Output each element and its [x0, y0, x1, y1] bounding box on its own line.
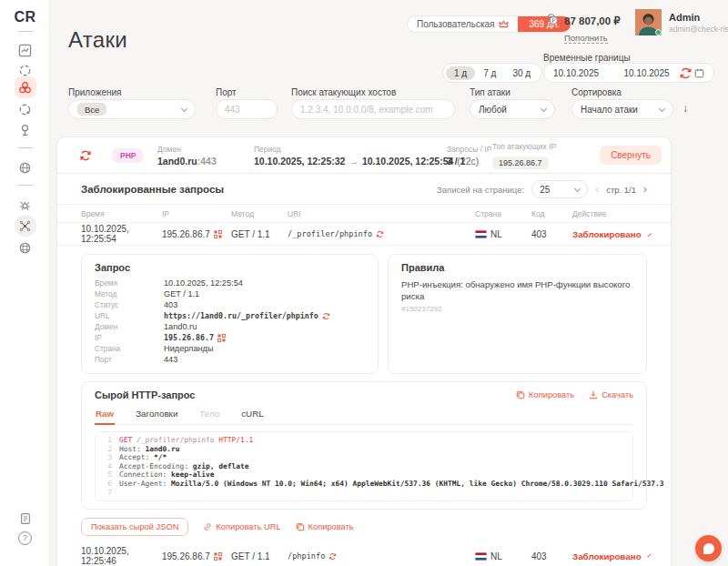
ip-grid-icon[interactable]: [214, 552, 222, 561]
sidebar-item-dashboard[interactable]: [0, 39, 50, 61]
col-method: Метод: [231, 209, 288, 218]
sidebar-item-scanner[interactable]: [0, 98, 50, 120]
sort-value: Начало атаки: [581, 105, 638, 115]
chat-fab-button[interactable]: [695, 535, 722, 561]
code-line: 2Host: 1and0.ru: [96, 445, 632, 454]
scan-icon: [15, 98, 36, 120]
arrow-right-icon: →: [349, 156, 359, 167]
domain-group: Домен 1and0.ru:443: [157, 137, 217, 174]
row-method: GET / 1.1: [231, 551, 288, 561]
sidebar-divider: [18, 185, 33, 186]
sidebar-item-monitoring[interactable]: [0, 119, 50, 141]
tab-заголовки[interactable]: Заголовки: [135, 405, 178, 424]
page-indicator: стр. 1/1: [606, 185, 636, 195]
request-field: СтранаНидерланды: [95, 344, 365, 354]
sidebar-item-globe[interactable]: [0, 237, 50, 258]
attacks-biohazard-icon: [15, 76, 36, 98]
raw-http-title: Сырой HTTP-запрос: [95, 389, 195, 400]
attack-refresh-icon[interactable]: [322, 312, 330, 320]
http-request-code[interactable]: 1GET /_profiler/phpinfo HTTP/1.12Host: 1…: [95, 431, 633, 501]
ip-grid-icon[interactable]: [217, 334, 226, 342]
date-from[interactable]: 10.10.2025: [553, 68, 621, 78]
raw-http-panel: Сырой HTTP-запрос Копировать Скачать Raw…: [81, 381, 647, 510]
sidebar-item-attacks[interactable]: [0, 76, 50, 98]
attack-refresh-icon[interactable]: [376, 230, 384, 238]
balance-amount: 87 807,00 ₽: [564, 15, 621, 26]
online-status-dot: [655, 29, 662, 35]
ruble-icon: [546, 13, 559, 25]
search-label: Поиск атакующих хостов: [291, 87, 396, 97]
preset-7d[interactable]: 7 д: [475, 66, 504, 80]
country-flag-icon: [475, 552, 487, 561]
request-panel-title: Запрос: [95, 262, 365, 273]
avatar: [635, 9, 662, 35]
tab-raw[interactable]: Raw: [95, 405, 115, 425]
sort-select[interactable]: Начало атаки: [571, 99, 673, 119]
table-row[interactable]: 10.10.2025, 12:25:46 195.26.86.7 GET / 1…: [57, 545, 671, 566]
sidebar-divider: [18, 147, 33, 148]
requests-group: Запросы / IP 3 / 1: [447, 137, 491, 174]
top-ip-chip[interactable]: 195.26.86.7: [492, 157, 549, 169]
next-page-button[interactable]: ›: [643, 183, 647, 196]
logo[interactable]: CR: [0, 9, 50, 25]
refresh-button[interactable]: [679, 66, 693, 80]
show-raw-json-button[interactable]: Показать сырой JSON: [81, 518, 188, 536]
time-bounds-label: Временные границы: [543, 53, 631, 63]
row-time: 10.10.2025, 12:25:46: [81, 546, 162, 566]
dashboard-icon: [15, 39, 36, 61]
sidebar-item-drone[interactable]: [0, 215, 50, 237]
row-action[interactable]: Заблокировано: [572, 551, 647, 561]
download-raw-button[interactable]: Скачать: [589, 390, 633, 399]
preset-30d[interactable]: 30 д: [504, 66, 539, 80]
collapse-button[interactable]: Свернуть: [600, 146, 662, 165]
row-ip: 195.26.86.7: [162, 229, 231, 239]
col-action: Действие: [572, 209, 647, 218]
row-action[interactable]: Заблокировано: [572, 229, 647, 239]
per-page-label: Записей на странице:: [437, 185, 524, 195]
col-time: Время: [81, 209, 162, 218]
sort-direction-button[interactable]: ↓: [682, 102, 688, 115]
copy-raw-button[interactable]: Копировать: [516, 390, 574, 399]
row-code: 403: [531, 551, 572, 561]
applications-select[interactable]: Все: [68, 99, 196, 119]
sidebar-item-help[interactable]: ?: [0, 531, 50, 545]
request-field: Порт443: [95, 355, 365, 365]
topup-link[interactable]: Пополнить: [564, 33, 608, 44]
per-page-select[interactable]: 25: [531, 180, 588, 198]
row-uri: /phpinfo: [288, 551, 475, 561]
port-input[interactable]: 443: [216, 99, 278, 119]
blocked-requests-title: Заблокированные запросы: [81, 184, 224, 195]
attack-refresh-icon[interactable]: [329, 552, 337, 561]
attack-type-select[interactable]: Любой: [470, 99, 555, 119]
rule-id: #150237292: [401, 305, 633, 313]
chat-icon: [703, 543, 714, 554]
request-field: Домен1and0.ru: [95, 322, 365, 332]
applications-value: Все: [77, 103, 106, 116]
sidebar-item-spider[interactable]: [0, 194, 50, 216]
tab-curl[interactable]: cURL: [240, 405, 265, 424]
table-header-row: Время IP Метод URI Страна Код Действие: [57, 204, 671, 223]
rules-panel: Правила PHP-инъекция: обнаружено имя PHP…: [388, 254, 647, 374]
copy-request-button[interactable]: Копировать: [296, 522, 354, 531]
tab-тело[interactable]: Тело: [198, 405, 220, 424]
prev-page-button[interactable]: ‹: [595, 183, 599, 196]
ip-grid-icon[interactable]: [214, 230, 222, 238]
attack-refresh-icon[interactable]: [79, 137, 92, 174]
spider-icon: [15, 194, 36, 216]
sidebar-item-docs[interactable]: [0, 508, 50, 530]
web-icon: [15, 157, 36, 178]
request-field: IP195.26.86.7: [95, 333, 365, 343]
crown-icon: [499, 20, 509, 28]
preset-1d[interactable]: 1 д: [446, 66, 475, 80]
sidebar-item-web[interactable]: [0, 157, 50, 178]
globe-icon: [15, 237, 36, 258]
table-row[interactable]: 10.10.2025, 12:25:54 195.26.86.7 GET / 1…: [57, 223, 671, 246]
row-country: NL: [475, 551, 531, 561]
drone-icon: [15, 215, 36, 237]
request-field: URLhttps://1and0.ru/_profiler/phpinfo: [95, 311, 365, 321]
request-detail: Запрос Время10.10.2025, 12:25:54МетодGET…: [57, 246, 671, 545]
account-widget[interactable]: Admin admin@check-risk.ru: [635, 9, 728, 35]
copy-url-button[interactable]: Копировать URL: [203, 522, 280, 531]
attack-type-badge: PHP: [112, 148, 144, 163]
search-input[interactable]: 1.2.3.4, 10.0.0.0/8, example.com: [291, 99, 455, 119]
